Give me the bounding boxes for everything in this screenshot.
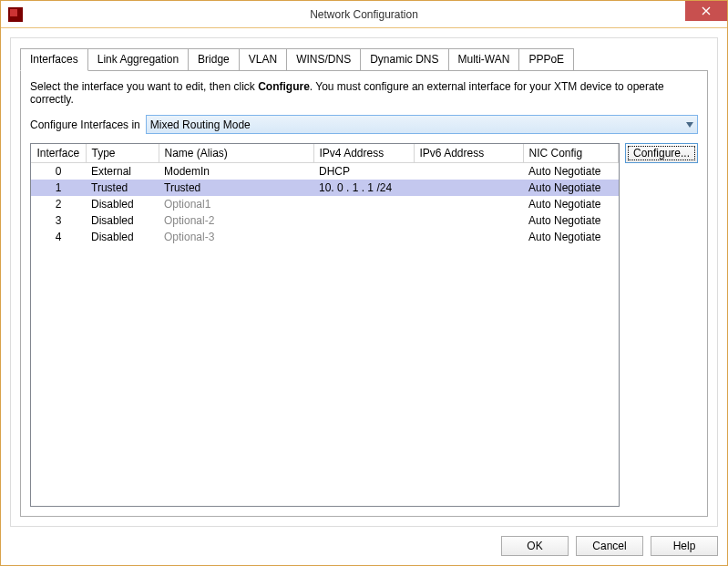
cell-iface: 1: [31, 180, 86, 196]
titlebar: Network Configuration: [1, 1, 727, 28]
cell-type: Trusted: [86, 180, 159, 196]
tab-dynamic-dns[interactable]: Dynamic DNS: [360, 48, 448, 71]
cell-name: Optional-3: [159, 229, 313, 245]
dialog-body: InterfacesLink AggregationBridgeVLANWINS…: [1, 28, 727, 565]
cell-name: Trusted: [159, 180, 313, 196]
help-button[interactable]: Help: [651, 536, 718, 556]
cell-type: Disabled: [86, 212, 159, 229]
tab-strip: InterfacesLink AggregationBridgeVLANWINS…: [20, 47, 708, 70]
cell-type: External: [86, 163, 159, 180]
cancel-button[interactable]: Cancel: [576, 536, 643, 556]
interfaces-table-wrap: InterfaceTypeName (Alias)IPv4 AddressIPv…: [30, 143, 620, 507]
table-row[interactable]: 2DisabledOptional1Auto Negotiate: [31, 196, 619, 212]
side-button-panel: Configure...: [625, 143, 698, 507]
cell-nic: Auto Negotiate: [523, 229, 619, 245]
table-body: 0ExternalModemInDHCPAuto Negotiate1Trust…: [31, 163, 619, 246]
cell-ipv6: [414, 196, 523, 212]
column-header[interactable]: NIC Config: [523, 144, 619, 163]
cell-ipv6: [414, 212, 523, 229]
tab-panel-interfaces: Select the interface you want to edit, t…: [20, 70, 708, 517]
column-header[interactable]: IPv6 Address: [414, 144, 523, 163]
window-title: Network Configuration: [1, 8, 727, 21]
cell-iface: 0: [31, 163, 86, 180]
cell-iface: 4: [31, 229, 86, 245]
tab-wins-dns[interactable]: WINS/DNS: [286, 48, 361, 71]
cell-iface: 2: [31, 196, 86, 212]
cell-ipv4: [313, 229, 414, 245]
table-row[interactable]: 0ExternalModemInDHCPAuto Negotiate: [31, 163, 619, 180]
config-mode-value: Mixed Routing Mode: [150, 118, 251, 131]
interfaces-table: InterfaceTypeName (Alias)IPv4 AddressIPv…: [31, 144, 619, 245]
config-mode-label: Configure Interfaces in: [30, 118, 140, 131]
tab-interfaces[interactable]: Interfaces: [20, 48, 88, 71]
dialog-inner: InterfacesLink AggregationBridgeVLANWINS…: [10, 37, 718, 527]
table-row[interactable]: 1TrustedTrusted10. 0 . 1 . 1 /24Auto Neg…: [31, 180, 619, 196]
cell-ipv6: [414, 180, 523, 196]
table-row[interactable]: 4DisabledOptional-3Auto Negotiate: [31, 229, 619, 245]
cell-nic: Auto Negotiate: [523, 196, 619, 212]
column-header[interactable]: IPv4 Address: [313, 144, 414, 163]
config-mode-row: Configure Interfaces in Mixed Routing Mo…: [30, 115, 698, 134]
close-icon: [702, 6, 711, 15]
table-area: InterfaceTypeName (Alias)IPv4 AddressIPv…: [30, 143, 698, 507]
cell-type: Disabled: [86, 229, 159, 245]
cell-ipv4: [313, 196, 414, 212]
cell-nic: Auto Negotiate: [523, 163, 619, 180]
window: Network Configuration InterfacesLink Agg…: [0, 0, 728, 566]
column-header[interactable]: Type: [86, 144, 159, 163]
cell-nic: Auto Negotiate: [523, 180, 619, 196]
tab-pppoe[interactable]: PPPoE: [518, 48, 574, 71]
instruction-text: Select the interface you want to edit, t…: [30, 80, 698, 106]
close-button[interactable]: [685, 1, 727, 21]
dialog-footer: OK Cancel Help: [10, 527, 718, 556]
chevron-down-icon: [686, 122, 693, 128]
cell-name: Optional-2: [159, 212, 313, 229]
column-header[interactable]: Name (Alias): [159, 144, 313, 163]
instruction-pre: Select the interface you want to edit, t…: [30, 80, 258, 93]
cell-name: Optional1: [159, 196, 313, 212]
cell-iface: 3: [31, 212, 86, 229]
cell-name: ModemIn: [159, 163, 313, 180]
app-icon: [8, 7, 23, 22]
cell-ipv4: 10. 0 . 1 . 1 /24: [313, 180, 414, 196]
table-header-row: InterfaceTypeName (Alias)IPv4 AddressIPv…: [31, 144, 619, 163]
tab-multi-wan[interactable]: Multi-WAN: [448, 48, 520, 71]
tab-bridge[interactable]: Bridge: [188, 48, 240, 71]
tab-link-aggregation[interactable]: Link Aggregation: [87, 48, 189, 71]
cell-ipv6: [414, 229, 523, 245]
ok-button[interactable]: OK: [501, 536, 569, 556]
cell-ipv4: DHCP: [313, 163, 414, 180]
instruction-bold: Configure: [258, 80, 310, 93]
table-row[interactable]: 3DisabledOptional-2Auto Negotiate: [31, 212, 619, 229]
tab-vlan[interactable]: VLAN: [239, 48, 287, 71]
configure-button[interactable]: Configure...: [625, 143, 698, 163]
column-header[interactable]: Interface: [31, 144, 86, 163]
cell-type: Disabled: [86, 196, 159, 212]
cell-ipv4: [313, 212, 414, 229]
cell-nic: Auto Negotiate: [523, 212, 619, 229]
cell-ipv6: [414, 163, 523, 180]
config-mode-select[interactable]: Mixed Routing Mode: [146, 115, 698, 134]
